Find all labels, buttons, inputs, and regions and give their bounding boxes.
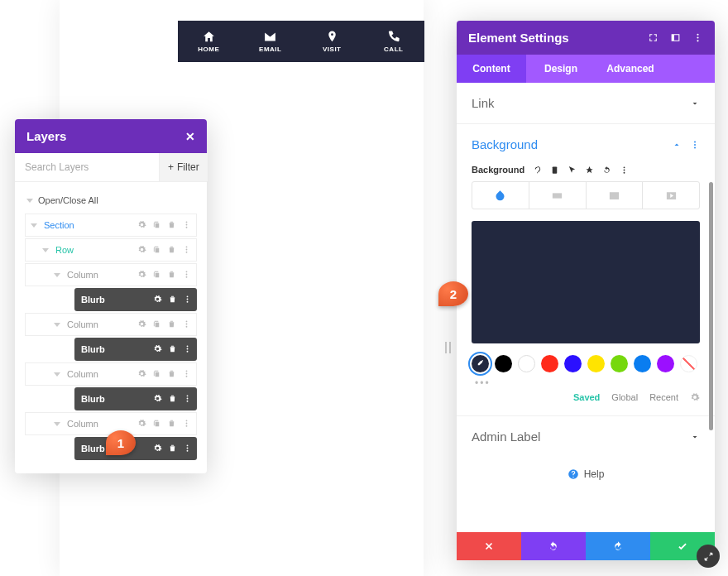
nav-home[interactable]: HOME: [178, 21, 240, 62]
svg-rect-40: [553, 193, 562, 198]
duplicate-icon[interactable]: [152, 245, 161, 256]
nav-visit[interactable]: VISIT: [301, 21, 363, 62]
more-vert-icon[interactable]: [182, 220, 191, 231]
more-vert-icon[interactable]: [182, 369, 191, 380]
bg-type-video[interactable]: [643, 182, 699, 209]
layer-row-column[interactable]: Column: [25, 313, 197, 336]
layer-row-section[interactable]: Section: [25, 214, 197, 237]
panel-icon[interactable]: [670, 32, 681, 43]
bg-type-gradient[interactable]: [529, 182, 587, 209]
bg-type-image[interactable]: [587, 182, 644, 209]
layer-row-column[interactable]: Column: [25, 263, 197, 286]
trash-icon[interactable]: [168, 444, 177, 454]
undo-button[interactable]: [521, 532, 586, 560]
help-row[interactable]: Help: [457, 457, 715, 492]
search-input[interactable]: [15, 153, 159, 181]
gear-icon[interactable]: [137, 369, 146, 380]
tab-design[interactable]: Design: [526, 55, 596, 83]
redo-button[interactable]: [586, 532, 650, 560]
bg-preview[interactable]: [472, 221, 700, 343]
more-vert-icon[interactable]: [183, 344, 192, 355]
trash-icon[interactable]: [167, 270, 176, 281]
swatch-tab-recent[interactable]: Recent: [649, 392, 678, 402]
pin-icon[interactable]: [585, 166, 594, 175]
swatch-lime[interactable]: [611, 355, 628, 372]
layer-row-blurb[interactable]: Blurb: [74, 437, 197, 460]
duplicate-icon[interactable]: [152, 319, 161, 330]
nav-email[interactable]: EMAIL: [240, 21, 302, 62]
swatch-white[interactable]: [518, 355, 535, 372]
layer-row-blurb[interactable]: Blurb: [74, 338, 197, 361]
more-vert-icon[interactable]: [182, 419, 191, 430]
more-vert-icon[interactable]: [182, 270, 191, 281]
trash-icon[interactable]: [168, 344, 177, 355]
trash-icon[interactable]: [168, 295, 177, 305]
drag-handle[interactable]: [445, 342, 452, 353]
help-icon[interactable]: [533, 166, 542, 175]
swatch-red[interactable]: [541, 355, 558, 372]
trash-icon[interactable]: [167, 220, 176, 231]
gear-icon[interactable]: [137, 419, 146, 430]
gear-icon[interactable]: [153, 344, 162, 355]
close-icon[interactable]: ✕: [185, 130, 195, 143]
section-admin-label[interactable]: Admin Label: [457, 416, 715, 457]
more-vert-icon[interactable]: [692, 32, 703, 43]
swatch-none[interactable]: [680, 355, 697, 372]
more-vert-icon[interactable]: [183, 444, 192, 454]
swatch-purple[interactable]: [657, 355, 674, 372]
cursor-icon[interactable]: [568, 166, 577, 175]
layer-row-rowtype[interactable]: Row: [25, 238, 197, 262]
layer-row-column[interactable]: Column: [25, 362, 197, 386]
duplicate-icon[interactable]: [152, 220, 161, 231]
reset-icon[interactable]: [602, 166, 611, 175]
tab-content[interactable]: Content: [457, 55, 526, 83]
cancel-button[interactable]: [457, 532, 521, 560]
more-swatches-icon[interactable]: •••: [472, 377, 700, 392]
swatch-black[interactable]: [495, 355, 512, 372]
open-close-all[interactable]: Open/Close All: [25, 190, 197, 214]
duplicate-icon[interactable]: [152, 369, 161, 380]
more-vert-icon[interactable]: [183, 394, 192, 405]
more-vert-icon[interactable]: [690, 140, 700, 150]
swatch-tab-saved[interactable]: Saved: [573, 392, 600, 402]
swatch-blue[interactable]: [564, 355, 582, 372]
gear-icon[interactable]: [137, 270, 146, 281]
resize-fab[interactable]: [697, 545, 720, 568]
section-link[interactable]: Link: [457, 83, 715, 123]
nav-call[interactable]: CALL: [363, 21, 425, 62]
filter-button[interactable]: + Filter: [159, 153, 208, 181]
more-vert-icon[interactable]: [183, 295, 192, 305]
trash-icon[interactable]: [167, 419, 176, 430]
layer-row-column[interactable]: Column: [25, 412, 197, 435]
expand-icon[interactable]: [648, 32, 659, 43]
layer-row-blurb[interactable]: Blurb: [74, 387, 197, 410]
gear-icon[interactable]: [690, 392, 700, 402]
trash-icon[interactable]: [167, 369, 176, 380]
duplicate-icon[interactable]: [152, 419, 161, 430]
gear-icon[interactable]: [153, 394, 162, 405]
bg-type-color[interactable]: [472, 182, 529, 209]
tab-advanced[interactable]: Advanced: [596, 55, 665, 83]
svg-point-9: [187, 295, 189, 297]
section-background[interactable]: Background: [457, 124, 715, 165]
trash-icon[interactable]: [167, 319, 176, 330]
more-vert-icon[interactable]: [620, 166, 629, 175]
gear-icon[interactable]: [153, 295, 162, 305]
more-vert-icon[interactable]: [182, 319, 191, 330]
gear-icon[interactable]: [137, 245, 146, 256]
duplicate-icon[interactable]: [152, 270, 161, 281]
gear-icon[interactable]: [153, 444, 162, 454]
swatch-tab-global[interactable]: Global: [611, 392, 638, 402]
swatch-eyedrop[interactable]: [472, 355, 489, 372]
trash-icon[interactable]: [168, 394, 177, 405]
gear-icon[interactable]: [137, 220, 146, 231]
gear-icon[interactable]: [137, 319, 146, 330]
tablet-icon[interactable]: [550, 166, 559, 175]
more-vert-icon[interactable]: [182, 245, 191, 256]
scrollbar[interactable]: [709, 182, 713, 430]
trash-icon[interactable]: [167, 245, 176, 256]
layer-row-blurb[interactable]: Blurb: [74, 288, 197, 311]
swatch-yellow[interactable]: [587, 355, 605, 372]
swatch-blue2[interactable]: [634, 355, 651, 372]
caret-down-icon: [54, 323, 60, 327]
